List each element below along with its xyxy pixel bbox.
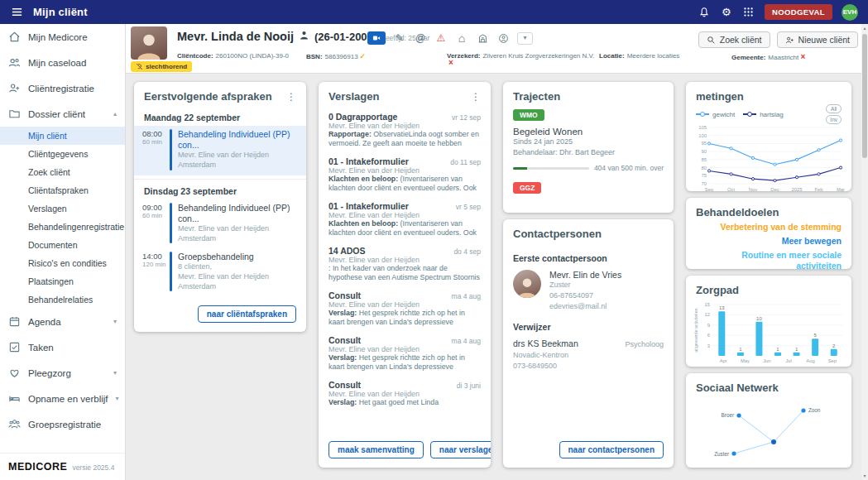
report-item[interactable]: 01 - Intakeformuliervr 5 sep Mevr. Eline… — [319, 197, 491, 242]
reports-card: Verslagen ⋮ 0 Dagrapportagevr 12 sep Mev… — [319, 82, 491, 468]
page-scrollbar[interactable]: ▴ ▾ — [861, 24, 868, 480]
measurements-title: metingen — [696, 90, 744, 103]
chart-legend: gewicht hartslag All Inv — [686, 104, 851, 124]
legend-label[interactable]: hartslag — [760, 111, 783, 118]
main-content: Eerstvolgende afspraken ⋮ Maandag 22 sep… — [126, 74, 861, 480]
trajectory-name[interactable]: Begeleid Wonen — [513, 127, 664, 137]
legend-label[interactable]: gewicht — [712, 111, 735, 118]
kebab-menu-icon[interactable]: ⋮ — [471, 91, 481, 103]
sidebar-item-mijn-medicore[interactable]: Mijn Medicore — [0, 24, 125, 50]
building-icon[interactable] — [476, 32, 489, 45]
svg-text:uitgevoerde activiteiten: uitgevoerde activiteiten — [693, 308, 698, 352]
emergency-button[interactable]: NOODGEVAL — [765, 4, 832, 20]
report-item[interactable]: 0 Dagrapportagevr 12 sep Mevr. Eline van… — [319, 108, 491, 152]
sidebar-item-clientafspraken[interactable]: Cliëntafspraken — [0, 181, 125, 199]
notifications-bell-icon[interactable] — [698, 6, 711, 19]
contact-item[interactable]: Mevr. Elin de Vries Zuster 06-87654097 e… — [513, 270, 664, 312]
goal-item[interactable]: Verbetering van de stemming — [721, 222, 842, 233]
sidebar-item-plaatsingen[interactable]: Plaatsingen — [0, 272, 125, 290]
filter-chip-inv[interactable]: Inv — [826, 115, 842, 124]
apps-grid-icon[interactable] — [742, 6, 755, 19]
email-at-icon[interactable]: @ — [414, 32, 427, 45]
appointment-title[interactable]: Behandeling Individueel (PP) con... — [178, 203, 298, 224]
trajectory-practitioner: Behandelaar: Dhr. Bart Begeer — [513, 147, 664, 158]
appointment-item[interactable]: 08:0060 min Behandeling Individueel (PP)… — [134, 126, 306, 175]
user-avatar[interactable]: EVH — [842, 4, 858, 21]
sidebar-item-opname-en-verblijf[interactable]: Opname en verblijf ▾ — [0, 386, 125, 411]
scrollbar-thumb[interactable] — [862, 34, 867, 158]
goto-reports-button[interactable]: naar verslagen — [430, 441, 491, 458]
appointment-item[interactable]: 14:00120 min Groepsbehandeling 8 cliënte… — [134, 248, 306, 296]
client-photo — [131, 26, 167, 60]
client-location: Locatie:Meerdere locaties — [599, 52, 679, 60]
sidebar-item-mijn-caseload[interactable]: Mijn caseload — [0, 50, 125, 75]
video-call-icon[interactable] — [367, 31, 386, 45]
svg-text:Jul: Jul — [785, 358, 791, 363]
sidebar-item-clientgegevens[interactable]: Cliëntgegevens — [0, 145, 125, 163]
sidebar-item-risicos-en-condities[interactable]: Risico's en condities — [0, 254, 125, 272]
make-summary-button[interactable]: maak samenvatting — [328, 441, 424, 458]
svg-text:100: 100 — [698, 133, 707, 138]
goto-contacts-button[interactable]: naar contactpersonen — [559, 441, 664, 458]
kebab-menu-icon[interactable]: ⋮ — [286, 91, 296, 103]
goal-item[interactable]: Meer bewegen — [782, 236, 842, 247]
invalid-cross-icon[interactable]: × — [448, 58, 453, 67]
appointment-item[interactable]: 09:0060 min Behandeling Individueel (PP)… — [134, 199, 306, 249]
person-icon[interactable] — [299, 30, 309, 41]
goals-title: Behandeldoelen — [696, 206, 779, 218]
report-item[interactable]: 14 ADOSdo 4 sep Mevr. Eline van der Heij… — [319, 242, 491, 286]
hearing-impaired-badge: slechthorend — [131, 61, 192, 72]
more-actions-dropdown[interactable]: ▾ — [517, 32, 533, 45]
report-item[interactable]: 01 - Intakeformulierdo 11 sep Mevr. Elin… — [319, 152, 491, 197]
client-action-icons: ✎ @ ⚠ ⌂ ▾ — [367, 31, 533, 45]
client-header: Mevr. Linda de Nooij (26-01-2000) Leefti… — [126, 24, 868, 74]
goto-appointments-button[interactable]: naar cliëntafspraken — [198, 305, 296, 323]
report-item[interactable]: Consultma 4 aug Mevr. Eline van der Heij… — [319, 331, 491, 376]
sidebar-item-documenten[interactable]: Documenten — [0, 236, 125, 254]
scroll-up-icon[interactable]: ▴ — [863, 24, 866, 32]
contacts-card: Contactpersonen Eerste contactpersoon Me… — [503, 219, 674, 468]
first-contact-label: Eerste contactpersoon — [513, 253, 664, 263]
new-client-button[interactable]: Nieuwe cliënt — [777, 31, 858, 48]
sidebar-item-behandelrelaties[interactable]: Behandelrelaties — [0, 290, 125, 309]
sidebar-label: Mijn caseload — [28, 58, 86, 68]
svg-text:Sep: Sep — [705, 187, 713, 191]
appointment-title[interactable]: Behandeling Individueel (PP) con... — [178, 129, 298, 151]
sidebar-item-agenda[interactable]: Agenda ▾ — [0, 309, 125, 334]
home-icon[interactable]: ⌂ — [455, 32, 468, 45]
sidebar-item-groepsregistratie[interactable]: Groepsregistratie — [0, 411, 125, 437]
appointment-title[interactable]: Groepsbehandeling — [178, 252, 269, 262]
filter-chip-all[interactable]: All — [826, 104, 842, 113]
profile-circle-icon[interactable] — [496, 32, 510, 45]
tasks-icon — [8, 341, 21, 353]
sidebar-item-zoek-client[interactable]: Zoek cliënt — [0, 163, 125, 181]
contact-phone: 06-87654097 — [549, 290, 621, 301]
sidebar-item-clientregistratie[interactable]: Cliëntregistratie — [0, 75, 125, 101]
sidebar-footer: MEDICORE versie 2025.4 — [0, 453, 125, 480]
goal-item[interactable]: Routine en meer sociale activiteiten — [696, 250, 842, 269]
group-icon — [8, 418, 21, 430]
measurements-card: metingen gewicht hartslag All Inv 707580… — [686, 82, 851, 191]
sidebar-item-taken[interactable]: Taken — [0, 334, 125, 360]
social-network-graph[interactable]: BroerZoonZuster — [693, 396, 845, 462]
bed-icon — [8, 392, 21, 405]
day-header: Maandag 22 september — [134, 108, 306, 126]
svg-text:Mar: Mar — [837, 187, 845, 191]
settings-gear-icon[interactable]: ⚙ — [720, 6, 733, 19]
scroll-down-icon[interactable]: ▾ — [863, 472, 866, 480]
warning-icon[interactable]: ⚠ — [434, 32, 448, 45]
sidebar-item-dossier-client[interactable]: Dossier cliënt ▴ — [0, 101, 125, 127]
menu-icon[interactable] — [10, 6, 23, 19]
remove-municipality-icon[interactable]: × — [801, 52, 806, 61]
appointments-card: Eerstvolgende afspraken ⋮ Maandag 22 sep… — [134, 82, 306, 332]
sidebar-item-mijn-client[interactable]: Mijn cliënt — [0, 127, 125, 145]
report-item[interactable]: Consultdi 3 juni Mevr. Eline van der Hei… — [319, 376, 491, 410]
report-item[interactable]: Consultma 4 aug Mevr. Eline van der Heij… — [319, 286, 491, 331]
sidebar-item-behandelingenregistratie[interactable]: Behandelingenregistratie — [0, 218, 125, 236]
sidebar-label: Taken — [28, 343, 54, 353]
search-client-button[interactable]: Zoek cliënt — [698, 31, 770, 48]
edit-icon[interactable]: ✎ — [393, 32, 406, 45]
sidebar-item-verslagen[interactable]: Verslagen — [0, 199, 125, 218]
contacts-title: Contactpersonen — [513, 228, 602, 240]
sidebar-item-pleegzorg[interactable]: Pleegzorg ▾ — [0, 360, 125, 386]
